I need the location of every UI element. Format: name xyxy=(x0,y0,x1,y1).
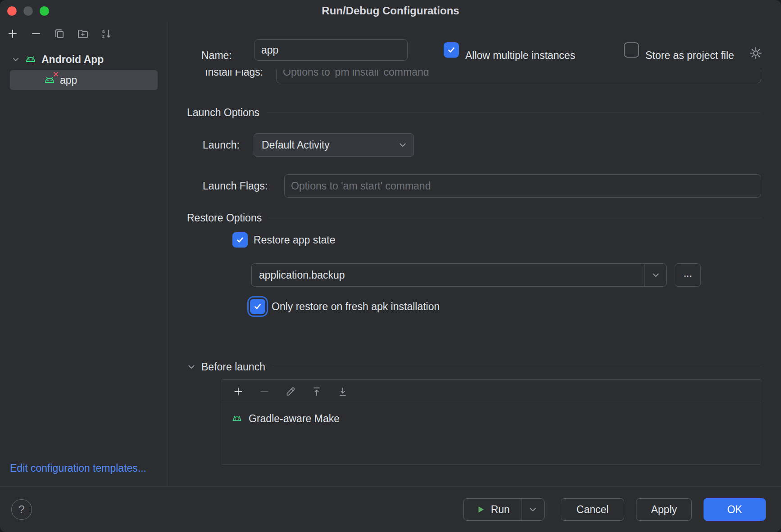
browse-backup-file-button[interactable]: ... xyxy=(675,263,701,287)
apply-button[interactable]: Apply xyxy=(636,498,692,521)
launch-options-title: Launch Options xyxy=(187,107,259,119)
copy-configuration-button[interactable] xyxy=(53,27,66,40)
name-label: Name: xyxy=(201,45,232,66)
cancel-button[interactable]: Cancel xyxy=(561,498,625,521)
section-divider xyxy=(267,113,761,113)
add-task-button[interactable] xyxy=(232,385,245,398)
move-up-icon xyxy=(311,386,322,397)
minus-icon xyxy=(30,27,42,40)
ok-button[interactable]: OK xyxy=(704,498,766,521)
android-icon xyxy=(231,413,243,424)
tree-group-android-app[interactable]: Android App xyxy=(0,50,168,69)
move-task-up-button[interactable] xyxy=(310,385,323,398)
chevron-down-icon xyxy=(12,55,20,63)
run-split-button: Run xyxy=(463,498,545,521)
sort-alphabetically-icon: az xyxy=(100,27,113,40)
launch-mode-dropdown[interactable]: Default Activity xyxy=(254,133,414,157)
collapse-section-chevron-icon[interactable] xyxy=(187,362,196,371)
add-configuration-button[interactable] xyxy=(6,27,19,40)
before-launch-task-row[interactable]: Gradle-aware Make xyxy=(222,406,761,431)
pencil-icon xyxy=(285,386,296,397)
chevron-down-icon xyxy=(398,140,407,149)
configurations-tree: Android App ✕ app xyxy=(0,50,168,90)
android-icon xyxy=(24,53,37,66)
plus-icon xyxy=(6,27,19,40)
tree-item-label: app xyxy=(60,74,77,86)
check-icon xyxy=(447,45,456,54)
restore-app-state-checkbox[interactable] xyxy=(232,232,248,248)
restore-options-title: Restore Options xyxy=(187,212,262,224)
install-flags-input[interactable] xyxy=(276,70,761,83)
store-settings-button[interactable] xyxy=(749,46,763,60)
edit-templates-link[interactable]: Edit configuration templates... xyxy=(10,462,146,474)
new-folder-icon xyxy=(77,27,89,40)
backup-file-dropdown-button[interactable] xyxy=(645,264,666,286)
edit-task-button[interactable] xyxy=(284,385,297,398)
store-as-project-file-checkbox[interactable] xyxy=(624,42,639,58)
sidebar-toolbar: az xyxy=(0,22,168,46)
configuration-editor: Name: Allow multiple instances Store as … xyxy=(168,22,781,486)
dialog-footer: ? Run Cancel Apply OK xyxy=(0,486,781,532)
backup-file-input[interactable] xyxy=(252,264,645,286)
restore-options-section-header: Restore Options xyxy=(187,211,761,225)
launch-flags-label: Launch Flags: xyxy=(203,174,268,198)
plus-icon xyxy=(232,386,244,397)
before-launch-toolbar xyxy=(222,380,761,403)
play-icon xyxy=(476,505,486,514)
check-icon xyxy=(236,235,245,244)
launch-options-section-header: Launch Options xyxy=(187,106,761,119)
launch-label: Launch: xyxy=(203,133,240,157)
remove-configuration-button[interactable] xyxy=(30,27,42,40)
allow-multiple-instances-label: Allow multiple instances xyxy=(465,45,575,66)
run-debug-configurations-dialog: Run/Debug Configurations az xyxy=(0,0,781,532)
run-options-dropdown-button[interactable] xyxy=(522,499,544,520)
error-badge: ✕ xyxy=(53,71,59,78)
tree-group-label: Android App xyxy=(41,54,104,66)
configurations-sidebar: az Android App ✕ app Edit configuration … xyxy=(0,22,168,486)
launch-mode-value: Default Activity xyxy=(262,139,330,151)
android-error-icon: ✕ xyxy=(43,74,56,86)
titlebar: Run/Debug Configurations xyxy=(0,0,781,22)
run-button[interactable]: Run xyxy=(464,499,522,520)
allow-multiple-instances-checkbox[interactable] xyxy=(444,42,459,58)
check-icon xyxy=(253,302,262,311)
question-mark-icon: ? xyxy=(18,503,24,516)
help-button[interactable]: ? xyxy=(11,499,32,520)
move-down-icon xyxy=(337,386,349,397)
sort-configurations-button[interactable]: az xyxy=(100,27,113,40)
section-divider xyxy=(269,218,761,218)
gear-icon xyxy=(749,46,763,60)
window-title: Run/Debug Configurations xyxy=(0,0,781,22)
new-folder-button[interactable] xyxy=(77,27,89,40)
backup-file-combobox[interactable] xyxy=(251,263,667,287)
before-launch-section-header: Before launch xyxy=(187,360,761,374)
store-as-project-file-label: Store as project file xyxy=(645,45,734,66)
chevron-down-icon xyxy=(528,505,537,514)
restore-app-state-label: Restore app state xyxy=(254,232,336,248)
install-flags-row: Install Flags: xyxy=(168,70,781,83)
before-launch-panel: Gradle-aware Make xyxy=(222,379,761,465)
chevron-down-icon xyxy=(651,271,660,280)
install-flags-label: Install Flags: xyxy=(205,70,263,83)
run-button-label: Run xyxy=(491,504,510,516)
copy-icon xyxy=(53,27,66,40)
configuration-scroll-area: Install Flags: Launch Options Launch: De… xyxy=(168,70,781,486)
before-launch-title: Before launch xyxy=(201,361,265,373)
section-divider xyxy=(272,367,761,367)
only-restore-fresh-apk-checkbox[interactable] xyxy=(250,299,265,314)
remove-task-button[interactable] xyxy=(258,385,271,398)
name-input[interactable] xyxy=(254,39,408,61)
move-task-down-button[interactable] xyxy=(336,385,349,398)
before-launch-task-label: Gradle-aware Make xyxy=(249,413,340,425)
launch-flags-input[interactable] xyxy=(284,174,761,198)
only-restore-fresh-apk-label: Only restore on fresh apk installation xyxy=(272,299,440,314)
minus-icon xyxy=(259,386,270,397)
svg-text:z: z xyxy=(102,33,104,39)
footer-buttons: Run Cancel Apply OK xyxy=(463,498,766,521)
tree-item-app[interactable]: ✕ app xyxy=(10,70,158,90)
